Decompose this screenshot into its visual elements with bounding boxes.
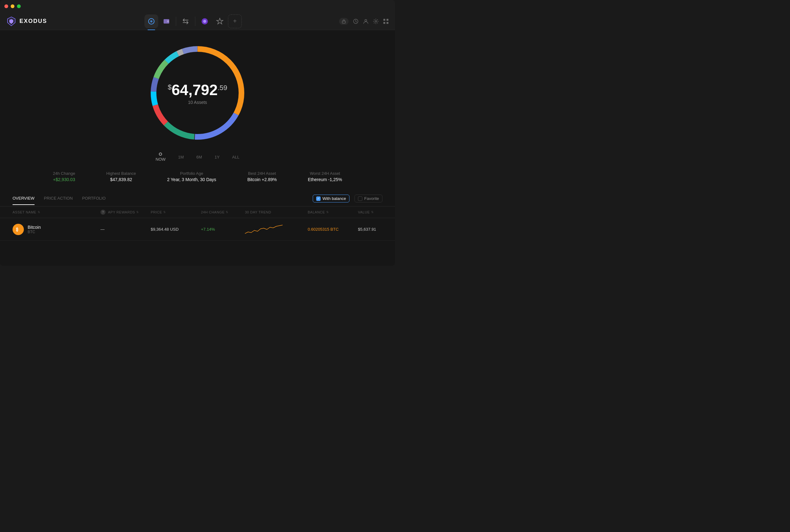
th-30d-trend: 30 DAY TREND (245, 210, 308, 215)
svg-rect-14 (383, 19, 385, 21)
tab-price-action[interactable]: PRICE ACTION (44, 196, 73, 205)
exodus-logo-icon (6, 16, 16, 26)
nav-earn[interactable] (213, 15, 227, 28)
btc-apy: — (100, 227, 151, 232)
stat-worst-24h-value: Ethereum -1,25% (308, 177, 342, 182)
stat-24h-change-label: 24h Change (53, 171, 75, 176)
svg-rect-15 (387, 19, 389, 21)
stat-portfolio-age-value: 2 Year, 3 Month, 30 Days (167, 177, 216, 182)
nav-portfolio[interactable] (145, 15, 158, 28)
th-apy: ? APY REWARDS ⇅ (100, 210, 151, 215)
svg-point-13 (375, 20, 377, 22)
nav-exchange[interactable] (178, 15, 192, 28)
app-logo: EXODUS (6, 16, 47, 26)
nav-divider-1 (176, 17, 176, 26)
asset-table: ASSET NAME ⇅ ? APY REWARDS ⇅ PRICE ⇅ 24H… (0, 207, 395, 241)
filter-with-balance[interactable]: ✓ With balance (313, 195, 350, 203)
portfolio-total-cents: .59 (218, 84, 227, 92)
maximize-button[interactable] (17, 4, 21, 8)
timeline-1m[interactable]: 1M (178, 155, 184, 159)
stat-portfolio-age: Portfolio Age 2 Year, 3 Month, 30 Days (167, 171, 216, 182)
th-24h-change: 24H CHANGE ⇅ (201, 210, 245, 215)
stat-highest-balance-label: Highest Balance (106, 171, 136, 176)
th-value-label: VALUE (358, 210, 370, 214)
th-asset-name-label: ASSET NAME (13, 210, 36, 214)
svg-rect-7 (167, 20, 169, 22)
timeline-now: NOW (156, 153, 166, 162)
filter-favorite[interactable]: Favorite (355, 195, 382, 203)
btc-change: +7.14% (201, 227, 245, 232)
stat-worst-24h: Worst 24H Asset Ethereum -1,25% (308, 171, 342, 182)
btc-ticker: BTC (27, 230, 41, 234)
minimize-button[interactable] (11, 4, 15, 8)
timeline-bar: NOW 1M 6M 1Y ALL (156, 153, 240, 162)
filter-with-balance-label: With balance (322, 196, 346, 201)
profile-button[interactable] (363, 19, 369, 24)
sort-balance-icon[interactable]: ⇅ (326, 211, 329, 214)
th-24h-label: 24H CHANGE (201, 210, 225, 214)
nav-right (339, 18, 389, 25)
th-price: PRICE ⇅ (151, 210, 201, 215)
btc-value: $5,637.91 (358, 227, 395, 232)
stat-highest-balance-value: $47,839.82 (106, 177, 136, 182)
stat-best-24h: Best 24H Asset Bitcoin +2.89% (247, 171, 277, 182)
nav-center: + (145, 15, 242, 28)
btc-sparkline (245, 223, 308, 236)
timeline-dot-indicator (159, 153, 162, 156)
nav-wallet[interactable] (159, 15, 173, 28)
tab-portfolio[interactable]: PORTFOLIO (82, 196, 106, 205)
apy-help-icon[interactable]: ? (100, 210, 106, 215)
donut-center-info: $ 64,792 .59 10 Assets (168, 81, 227, 105)
stat-best-24h-label: Best 24H Asset (247, 171, 277, 176)
sort-24h-icon[interactable]: ⇅ (226, 211, 229, 214)
svg-rect-10 (342, 21, 345, 23)
settings-button[interactable] (373, 19, 379, 24)
stat-portfolio-age-label: Portfolio Age (167, 171, 216, 176)
th-balance: BALANCE ⇅ (308, 210, 358, 215)
nav-add-app[interactable]: + (228, 15, 242, 28)
sort-price-icon[interactable]: ⇅ (163, 211, 166, 214)
table-header: ASSET NAME ⇅ ? APY REWARDS ⇅ PRICE ⇅ 24H… (0, 207, 395, 218)
portfolio-asset-count: 10 Assets (168, 100, 227, 105)
portfolio-donut: $ 64,792 .59 10 Assets (144, 40, 251, 146)
timeline-6m[interactable]: 6M (196, 155, 202, 159)
lock-toggle[interactable] (339, 18, 349, 25)
stats-row: 24h Change +$2,930.03 Highest Balance $4… (25, 171, 370, 182)
table-filters: ✓ With balance Favorite (313, 195, 382, 206)
timeline-all[interactable]: ALL (232, 155, 239, 159)
stat-best-24h-value: Bitcoin +2.89% (247, 177, 277, 182)
app-name: EXODUS (19, 18, 47, 24)
stat-worst-24h-label: Worst 24H Asset (308, 171, 342, 176)
navbar: EXODUS (0, 13, 395, 30)
sort-asset-name-icon[interactable]: ⇅ (38, 211, 40, 214)
btc-name-col: Bitcoin BTC (27, 225, 41, 234)
filter-check-icon: ✓ (316, 196, 321, 201)
svg-text:₿: ₿ (16, 227, 18, 232)
sort-apy-icon[interactable]: ⇅ (136, 211, 139, 214)
history-button[interactable] (353, 19, 359, 24)
sort-value-icon[interactable]: ⇅ (371, 211, 374, 214)
tabs-section: OVERVIEW PRICE ACTION PORTFOLIO ✓ With b… (0, 188, 395, 207)
nav-divider-2 (195, 17, 195, 26)
timeline-now-label: NOW (156, 157, 166, 162)
portfolio-total-amount: 64,792 (171, 81, 218, 98)
nav-nft[interactable] (198, 15, 212, 28)
timeline-1y[interactable]: 1Y (214, 155, 220, 159)
th-price-label: PRICE (151, 210, 162, 214)
apps-grid-button[interactable] (383, 19, 389, 24)
table-row[interactable]: ₿ Bitcoin BTC — $9,364.48 USD +7.14% 0.6… (0, 218, 395, 241)
btc-balance: 0.60205315 BTC (308, 227, 358, 232)
filter-favorite-label: Favorite (364, 196, 379, 201)
th-apy-label: APY REWARDS (108, 210, 135, 214)
filter-checkbox-empty (358, 196, 362, 201)
tab-overview[interactable]: OVERVIEW (13, 196, 35, 205)
btc-name: Bitcoin (27, 225, 41, 230)
th-trend-label: 30 DAY TREND (245, 210, 271, 214)
btc-icon: ₿ (13, 224, 24, 235)
svg-point-5 (151, 21, 152, 22)
svg-point-9 (203, 20, 206, 23)
stat-24h-change-value: +$2,930.03 (53, 177, 75, 182)
close-button[interactable] (4, 4, 8, 8)
portfolio-dollar-sign: $ (168, 83, 171, 91)
svg-point-12 (365, 19, 367, 21)
